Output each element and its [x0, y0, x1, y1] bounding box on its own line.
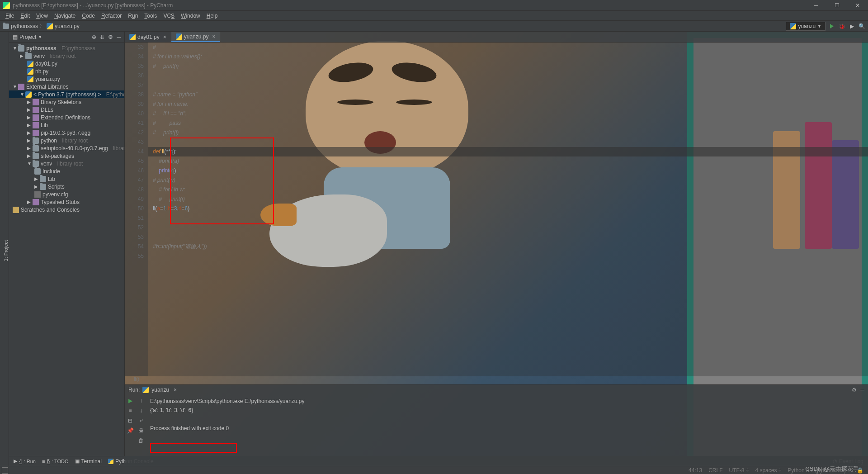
- run-panel-title: Run:: [128, 387, 140, 393]
- library-icon: [33, 99, 39, 105]
- python-icon: [129, 34, 136, 40]
- bottom-tab-todo[interactable]: ≡ 6: TODO: [42, 458, 69, 465]
- print-button[interactable]: 🖶: [138, 427, 144, 434]
- tree-file[interactable]: yuanzu.py: [9, 75, 124, 83]
- pin-button[interactable]: 📌: [127, 427, 134, 434]
- folder-icon: [33, 145, 39, 152]
- status-position[interactable]: 44:13: [689, 467, 702, 474]
- python-icon: [176, 33, 182, 40]
- stop-button[interactable]: ■: [128, 408, 132, 414]
- close-icon[interactable]: ×: [174, 387, 177, 393]
- tree-python[interactable]: ▼< Python 3.7 (pythonssss) > E:\pythonss…: [9, 90, 124, 98]
- editor-tabs: day01.py× yuanzu.py×: [125, 32, 868, 43]
- tree-venv-sub[interactable]: Include: [9, 167, 124, 175]
- menu-code[interactable]: Code: [79, 12, 98, 20]
- python-icon: [142, 387, 149, 393]
- folder-icon: [25, 53, 32, 59]
- run-panel-config: yuanzu: [151, 387, 169, 393]
- project-panel-title: Project: [19, 34, 36, 40]
- tree-setuptools[interactable]: ▶setuptools-40.8.0-py3.7.egg library roo…: [9, 144, 124, 152]
- down-button[interactable]: ↓: [140, 408, 142, 414]
- menu-run[interactable]: Run: [125, 12, 141, 20]
- menu-file[interactable]: File: [3, 12, 17, 20]
- breadcrumb-project[interactable]: pythonssss 〉: [3, 23, 44, 29]
- tab-yuanzu[interactable]: yuanzu.py×: [171, 32, 221, 42]
- pycharm-icon: [3, 2, 10, 9]
- close-icon[interactable]: ×: [212, 33, 215, 40]
- line-gutter: 3334353637383940414243444546474849505152…: [125, 43, 148, 376]
- menu-window[interactable]: Window: [178, 12, 203, 20]
- menu-help[interactable]: Help: [204, 12, 221, 20]
- titlebar: pythonssss [E:\pythonssss] - ...\yuanzu.…: [0, 0, 868, 11]
- menu-navigate[interactable]: Navigate: [52, 12, 78, 20]
- wrap-button[interactable]: ⤶: [139, 417, 143, 424]
- tree-lib[interactable]: ▶pip-19.0.3-py3.7.egg: [9, 129, 124, 137]
- breadcrumb-project-label: pythonssss: [11, 23, 38, 29]
- hide-icon[interactable]: ─: [117, 34, 121, 40]
- tree-scratches[interactable]: Scratches and Consoles: [9, 206, 124, 213]
- menu-view[interactable]: View: [33, 12, 51, 20]
- bottom-tab-run[interactable]: ▶ 4: Run: [14, 458, 36, 465]
- tree-venv[interactable]: ▶venv library root: [9, 52, 124, 60]
- menu-vcs[interactable]: VCS: [160, 12, 177, 20]
- status-indent[interactable]: 4 spaces ÷: [755, 467, 781, 474]
- tree-venv2[interactable]: ▼venv library root: [9, 160, 124, 167]
- menu-refactor[interactable]: Refactor: [99, 12, 124, 20]
- menu-edit[interactable]: Edit: [18, 12, 33, 20]
- gutter-project[interactable]: 1: Project: [3, 240, 9, 261]
- tree-ext-lib[interactable]: ▼External Libraries: [9, 83, 124, 90]
- minimize-button[interactable]: ─: [806, 0, 826, 11]
- layout-button[interactable]: ⊟: [128, 417, 132, 424]
- tree-file[interactable]: nb.py: [9, 67, 124, 75]
- code-editor[interactable]: 3334353637383940414243444546474849505152…: [125, 43, 868, 376]
- tree-venv-sub[interactable]: ▶Lib: [9, 175, 124, 183]
- tool-window-icon[interactable]: [2, 467, 8, 474]
- rerun-button[interactable]: ▶: [128, 398, 132, 404]
- up-button[interactable]: ↑: [140, 398, 142, 404]
- clear-button[interactable]: 🗑: [138, 437, 144, 444]
- tree-lib[interactable]: ▶Extended Definitions: [9, 114, 124, 121]
- maximize-button[interactable]: ☐: [826, 0, 847, 11]
- library-icon: [33, 130, 39, 136]
- run-config-label: yuanzu: [798, 23, 816, 29]
- close-icon[interactable]: ×: [163, 34, 166, 40]
- tree-site[interactable]: ▶site-packages: [9, 152, 124, 160]
- tree-lib[interactable]: ▶Binary Skeletons: [9, 98, 124, 106]
- folder-icon: [34, 168, 41, 175]
- tree-lib[interactable]: ▶DLLs: [9, 106, 124, 114]
- tree-python-lib[interactable]: ▶python library root: [9, 137, 124, 144]
- status-encoding[interactable]: UTF-8 ÷: [729, 467, 749, 474]
- bottom-tab-terminal[interactable]: ▣ Terminal: [75, 458, 102, 465]
- python-icon: [790, 23, 796, 29]
- run-config-selector[interactable]: yuanzu ▼: [786, 22, 826, 31]
- debug-button[interactable]: 🐞: [838, 23, 845, 30]
- search-button[interactable]: 🔍: [858, 23, 865, 30]
- tree-root[interactable]: ▼pythonssss E:\pythonssss: [9, 44, 124, 52]
- hide-icon[interactable]: ─: [860, 387, 864, 393]
- tree-pyvenv[interactable]: pyvenv.cfg: [9, 190, 124, 198]
- settings-icon[interactable]: ⚙: [108, 34, 113, 40]
- code-lines[interactable]: # # for i in aa.values(): # print(i) # n…: [148, 43, 868, 376]
- tree-lib[interactable]: ▶Lib: [9, 121, 124, 129]
- menu-tools[interactable]: Tools: [142, 12, 160, 20]
- run-button[interactable]: [828, 23, 835, 30]
- python-icon: [25, 91, 32, 98]
- breadcrumb-file[interactable]: yuanzu.py: [47, 23, 80, 29]
- highlight-box-console: [150, 443, 237, 453]
- collapse-all-icon[interactable]: ⇊: [100, 34, 104, 40]
- folder-icon: [40, 176, 46, 182]
- left-tool-gutter: 1: Project 7: Structure 2: Favorites: [0, 32, 9, 466]
- tree-venv-sub[interactable]: ▶Scripts: [9, 183, 124, 190]
- tree-file[interactable]: day01.py: [9, 60, 124, 67]
- project-tree[interactable]: ▼pythonssss E:\pythonssss ▶venv library …: [9, 43, 124, 466]
- run-with-coverage-button[interactable]: ▶: [848, 23, 855, 30]
- close-button[interactable]: ✕: [847, 0, 868, 11]
- settings-icon[interactable]: ⚙: [852, 387, 857, 393]
- tree-typeshed[interactable]: ▶Typeshed Stubs: [9, 198, 124, 206]
- console-output[interactable]: E:\pythonssss\venv\Scripts\python.exe E:…: [146, 395, 868, 466]
- tab-day01[interactable]: day01.py×: [125, 32, 171, 42]
- scroll-from-source-icon[interactable]: ⊕: [92, 34, 96, 40]
- status-line-sep[interactable]: CRLF: [708, 467, 722, 474]
- library-icon: [33, 199, 39, 205]
- run-toolbar-2: ↑ ↓ ⤶ 🖶 🗑: [136, 395, 146, 466]
